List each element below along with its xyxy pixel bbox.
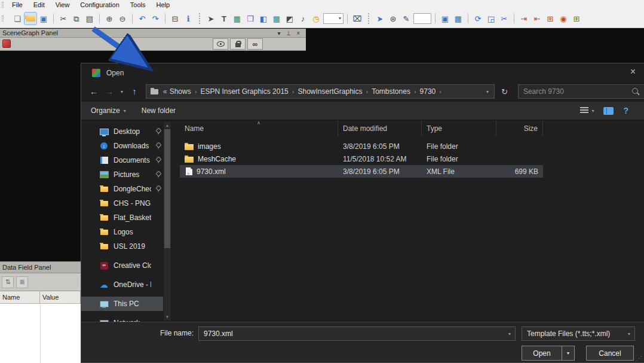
zoom-out-icon[interactable]: ⊖ [116, 13, 128, 25]
new-file-icon[interactable]: ❏ [11, 13, 23, 25]
sidebar-item[interactable]: DongleCheck [81, 182, 163, 196]
scene-tool-icon[interactable]: ◧ [257, 13, 269, 25]
panel-dropdown-icon[interactable]: ▾ [277, 30, 280, 36]
redo-icon[interactable]: ↷ [149, 13, 161, 25]
menu-item[interactable]: View [50, 0, 75, 10]
panel-close-icon[interactable]: × [296, 30, 300, 36]
visibility-button[interactable] [213, 38, 228, 50]
menu-item[interactable]: File [7, 0, 28, 10]
sidebar-item[interactable]: Pictures [81, 167, 163, 182]
change-view-button[interactable]: ▾ [580, 107, 594, 114]
pen-tool-icon[interactable]: ✎ [400, 13, 412, 25]
undo-icon[interactable]: ↶ [136, 13, 148, 25]
scene-node-icon[interactable] [2, 39, 11, 48]
forward-button[interactable]: → [103, 87, 116, 96]
menu-item[interactable]: Edit [28, 0, 50, 10]
back-button[interactable]: ← [87, 87, 100, 96]
dialog-title-bar[interactable]: Open × [81, 63, 644, 82]
image-tool-icon[interactable]: ▦ [231, 13, 243, 25]
column-header-date-modified[interactable]: Date modified [338, 121, 422, 136]
sidebar-item[interactable]: ☁ OneDrive - Daktro [81, 277, 163, 292]
column-header-size[interactable]: Size [496, 121, 543, 136]
file-type-dropdown[interactable]: Template Files (*.tts;*.xml) ▾ [522, 327, 635, 341]
display-icon[interactable]: ▣ [439, 13, 451, 25]
menu-item[interactable]: Tools [125, 0, 151, 10]
sync-icon[interactable]: ⟳ [472, 13, 484, 25]
export-media-icon[interactable]: ⇤ [531, 13, 543, 25]
MeshCache[interactable]: MeshCache 11/5/2018 10:52 AM File folder [180, 152, 543, 165]
column-header-name[interactable]: Name [0, 291, 40, 303]
grid-icon[interactable]: ▦ [452, 13, 464, 25]
resize-grip-icon[interactable]: ⋰ [636, 355, 642, 362]
mask-tool-icon[interactable]: ◩ [284, 13, 296, 25]
scroll-up-icon[interactable]: ▲ [164, 122, 171, 129]
group-rows-icon[interactable]: ≣ [16, 276, 28, 288]
images[interactable]: images 3/8/2019 6:05 PM File folder [180, 140, 543, 152]
open-file-icon[interactable] [24, 13, 36, 25]
scroll-down-icon[interactable]: ▼ [164, 313, 171, 321]
cancel-button[interactable]: Cancel [586, 346, 634, 361]
capture-media-icon[interactable]: ⊞ [544, 13, 556, 25]
sidebar-item[interactable]: Logos [81, 225, 163, 239]
pointer-tool-icon[interactable]: ➤ [374, 13, 386, 25]
9730.xml[interactable]: 9730.xml 3/8/2019 6:05 PM XML File 699 K… [180, 165, 543, 178]
address-bar[interactable]: « Shows› ESPN Insert Graphics 2015› Show… [146, 84, 495, 99]
text-tool-icon[interactable]: T [218, 13, 230, 25]
zoom-in-icon[interactable]: ⊕ [103, 13, 115, 25]
cut-icon[interactable]: ✂ [57, 13, 69, 25]
open-dropdown-icon[interactable]: ▾ [562, 346, 575, 361]
recent-locations-dropdown-icon[interactable]: ▾ [118, 89, 125, 94]
sort-rows-icon[interactable]: ⇅ [2, 276, 14, 288]
open-button[interactable]: Open [522, 346, 562, 361]
sidebar-item[interactable]: Flat_Basketball_S [81, 211, 163, 225]
panel-pin-icon[interactable]: ⊥ [286, 30, 291, 36]
new-folder-button[interactable]: New folder [142, 106, 176, 115]
breadcrumb-segment[interactable]: 9730› [420, 85, 445, 98]
audio-tool-icon[interactable]: ♪ [297, 13, 309, 25]
menu-item[interactable]: Configuration [75, 0, 124, 10]
file-name-input[interactable] [199, 330, 504, 338]
column-header-type[interactable]: Type [422, 121, 496, 136]
about-icon[interactable]: ℹ [182, 13, 194, 25]
sidebar-item[interactable]: Network [81, 316, 163, 322]
scale-icon[interactable]: ◲ [485, 13, 497, 25]
snip-icon[interactable]: ✂ [498, 13, 510, 25]
save-icon[interactable]: ▣ [38, 13, 50, 25]
clip-tool-icon[interactable]: ❒ [244, 13, 256, 25]
paste-icon[interactable]: ▤ [84, 13, 96, 25]
library-icon[interactable]: ⊞ [571, 13, 582, 25]
scroll-thumb[interactable] [164, 129, 170, 248]
preset-dropdown[interactable] [413, 13, 431, 24]
sidebar-item[interactable]: ↓ Downloads [81, 139, 163, 153]
print-icon[interactable]: ⊟ [169, 13, 181, 25]
lock-button[interactable] [230, 38, 246, 50]
mesh-tool-icon[interactable]: ▦ [271, 13, 283, 25]
chevron-down-icon[interactable]: ▾ [504, 331, 515, 337]
delete-icon[interactable]: ⌧ [351, 13, 363, 25]
help-icon[interactable]: ? [623, 106, 628, 115]
sidebar-item[interactable]: Desktop [81, 124, 163, 139]
sidebar-scrollbar[interactable]: ▲ ▼ [164, 122, 171, 321]
search-icon[interactable] [632, 88, 640, 96]
breadcrumb-segment[interactable]: Shows› [170, 85, 201, 98]
clock-tool-icon[interactable]: ◷ [310, 13, 322, 25]
select-tool-icon[interactable]: ➤ [205, 13, 217, 25]
breadcrumb-overflow-icon[interactable]: « [161, 87, 170, 96]
column-header-name[interactable]: ∧Name [180, 121, 338, 136]
copy-icon[interactable]: ⧉ [70, 13, 82, 25]
breadcrumb-segment[interactable]: Tombstones› [372, 85, 419, 98]
menu-item[interactable]: Help [151, 0, 175, 10]
sidebar-item[interactable]: Documents [81, 153, 163, 167]
column-header-value[interactable]: Value [40, 291, 81, 303]
refresh-icon[interactable]: ↻ [498, 87, 511, 96]
breadcrumb-segment[interactable]: ESPN Insert Graphics 2015› [200, 85, 298, 98]
close-button[interactable]: × [630, 66, 636, 77]
breadcrumb-segment[interactable]: ShowInsertGraphics› [298, 85, 372, 98]
up-button[interactable]: ↑ [128, 87, 141, 96]
import-media-icon[interactable]: ⇥ [518, 13, 530, 25]
search-input[interactable] [519, 87, 632, 96]
sidebar-item[interactable]: USL 2019 [81, 239, 163, 254]
address-dropdown-icon[interactable]: ▾ [483, 89, 492, 94]
sidebar-item[interactable]: ∞ Creative Cloud Fil [81, 258, 163, 273]
globe-tool-icon[interactable]: ⊛ [387, 13, 399, 25]
